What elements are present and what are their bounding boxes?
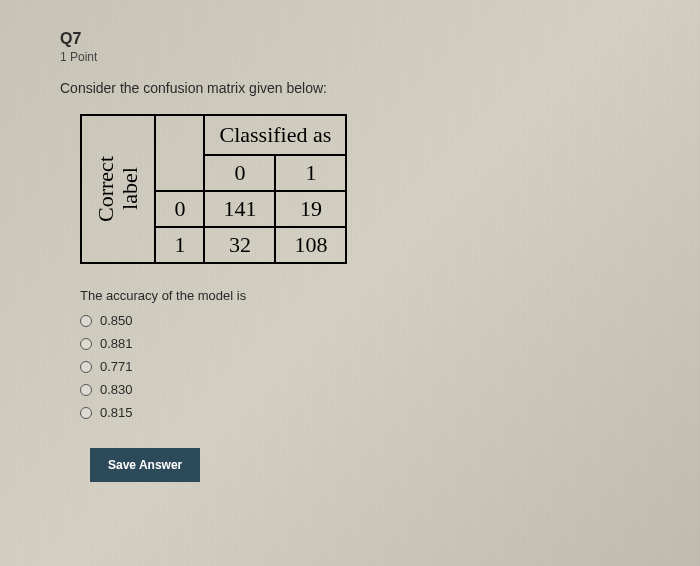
matrix-ylabel-cell: Correctlabel [80,114,154,264]
matrix-header-top: Classified as [204,115,346,155]
radio-icon [80,338,92,350]
radio-icon [80,315,92,327]
question-prompt: Consider the confusion matrix given belo… [60,80,640,96]
save-answer-button[interactable]: Save Answer [90,448,200,482]
radio-icon [80,361,92,373]
option-label: 0.771 [100,359,133,374]
sub-prompt: The accuracy of the model is [80,288,640,303]
matrix-table: Classified as 0 1 0 141 19 1 32 108 [154,114,347,264]
option-label: 0.830 [100,382,133,397]
matrix-cell-0-0: 141 [204,191,275,227]
matrix-cell-1-0: 32 [204,227,275,263]
matrix-col-header-0: 0 [204,155,275,191]
option-label: 0.850 [100,313,133,328]
option-label: 0.881 [100,336,133,351]
radio-icon [80,407,92,419]
matrix-cell-1-1: 108 [275,227,346,263]
question-points: 1 Point [60,50,640,64]
matrix-col-header-1: 1 [275,155,346,191]
options-group: 0.850 0.881 0.771 0.830 0.815 [80,313,640,420]
option-1[interactable]: 0.881 [80,336,640,351]
option-0[interactable]: 0.850 [80,313,640,328]
confusion-matrix: Correctlabel Classified as 0 1 0 141 19 … [80,114,640,264]
option-2[interactable]: 0.771 [80,359,640,374]
question-number: Q7 [60,30,640,48]
matrix-blank-cell [155,115,204,191]
option-4[interactable]: 0.815 [80,405,640,420]
radio-icon [80,384,92,396]
matrix-row-header-1: 1 [155,227,204,263]
option-label: 0.815 [100,405,133,420]
matrix-ylabel: Correctlabel [94,156,142,222]
option-3[interactable]: 0.830 [80,382,640,397]
matrix-row-header-0: 0 [155,191,204,227]
matrix-cell-0-1: 19 [275,191,346,227]
